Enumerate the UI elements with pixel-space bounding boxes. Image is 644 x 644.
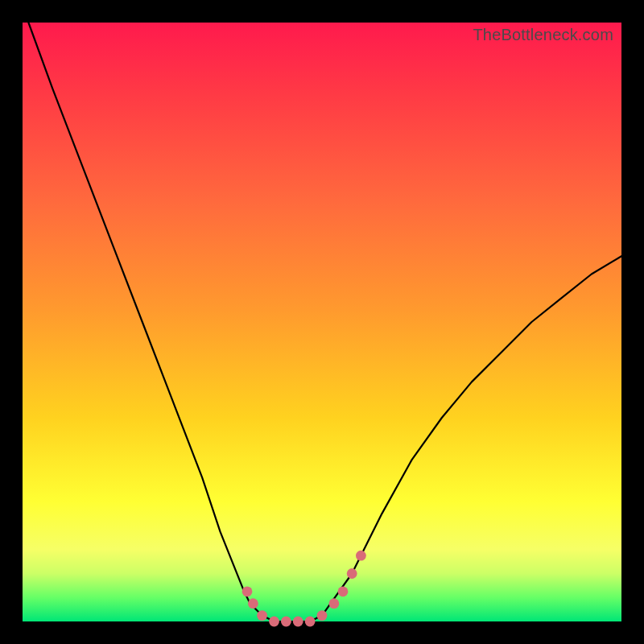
highlight-dot (347, 568, 357, 579)
highlight-dot (356, 551, 366, 561)
highlight-dots (242, 551, 366, 627)
chart-frame: TheBottleneck.com (0, 0, 644, 644)
highlight-dot (317, 610, 328, 621)
highlight-dot (293, 617, 303, 627)
highlight-dot (281, 617, 291, 627)
highlight-dot (305, 617, 316, 627)
highlight-dot (329, 598, 340, 609)
plot-area: TheBottleneck.com (23, 23, 621, 621)
bottleneck-curve (28, 23, 621, 621)
highlight-dot (257, 610, 267, 621)
curve-overlay (23, 23, 621, 621)
highlight-dot (242, 586, 253, 597)
highlight-dot (248, 598, 258, 609)
highlight-dot (338, 586, 349, 597)
highlight-dot (269, 617, 279, 627)
